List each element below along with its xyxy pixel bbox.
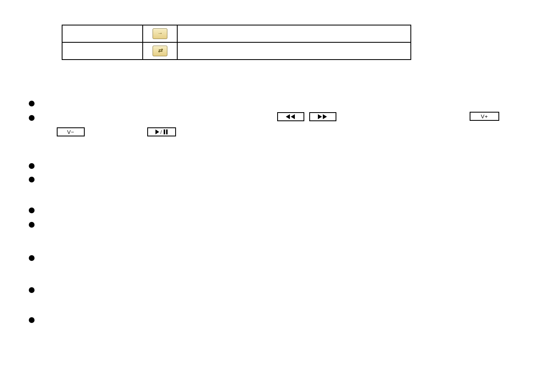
fast-forward-icon xyxy=(318,114,328,119)
bullet xyxy=(29,222,35,228)
svg-text:/: / xyxy=(160,129,162,134)
bullet xyxy=(29,287,35,293)
shuffle-icon xyxy=(153,46,167,56)
arrow-right-icon xyxy=(153,28,167,39)
play-pause-button[interactable]: / xyxy=(147,127,176,136)
svg-marker-1 xyxy=(291,114,295,119)
bullet xyxy=(29,163,35,169)
bullet xyxy=(29,115,35,121)
icon-table xyxy=(62,25,411,60)
table-cell-icon xyxy=(143,25,177,42)
rewind-button[interactable] xyxy=(277,112,304,121)
volume-up-label: V+ xyxy=(481,113,488,120)
table-cell xyxy=(177,42,411,60)
table-cell-icon xyxy=(143,42,177,60)
table-row xyxy=(62,42,411,60)
rewind-icon xyxy=(286,114,296,119)
svg-rect-7 xyxy=(166,129,168,134)
svg-marker-4 xyxy=(155,129,159,134)
bullet xyxy=(29,208,35,213)
volume-down-button[interactable]: V− xyxy=(57,127,85,136)
table-row xyxy=(62,25,411,42)
svg-marker-3 xyxy=(323,114,327,119)
bullet xyxy=(29,177,35,182)
svg-rect-6 xyxy=(164,129,165,134)
svg-marker-0 xyxy=(286,114,290,119)
table-cell xyxy=(62,25,143,42)
volume-up-button[interactable]: V+ xyxy=(470,112,499,121)
svg-marker-2 xyxy=(318,114,322,119)
play-pause-icon: / xyxy=(155,129,168,134)
volume-down-label: V− xyxy=(67,129,74,135)
bullet xyxy=(29,101,35,106)
table-cell xyxy=(177,25,411,42)
document-page: V+ V− / xyxy=(0,0,549,392)
fast-forward-button[interactable] xyxy=(309,112,336,121)
bullet xyxy=(29,255,35,261)
bullet xyxy=(29,317,35,323)
table-cell xyxy=(62,42,143,60)
